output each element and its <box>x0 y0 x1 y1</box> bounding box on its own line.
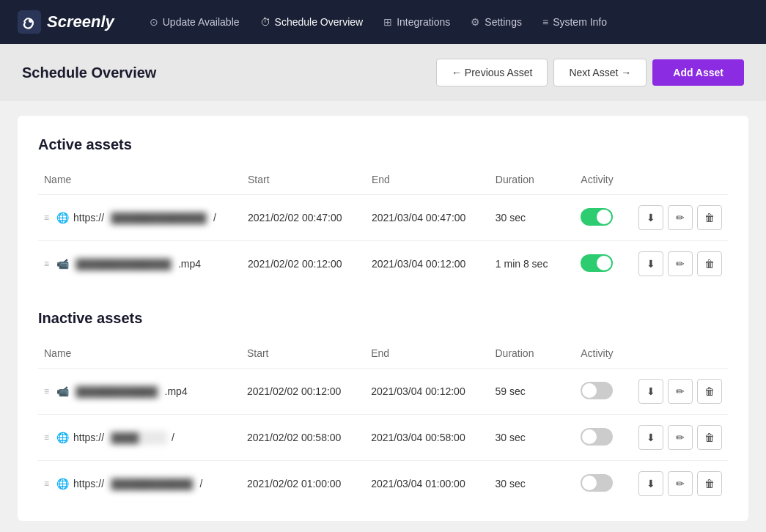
settings-icon: ⚙ <box>471 16 480 28</box>
asset-type-icon: 🌐 <box>56 432 69 443</box>
inactive-table-header: Name Start End Duration Activity <box>38 341 728 369</box>
page-title: Schedule Overview <box>22 64 156 81</box>
delete-button[interactable]: 🗑 <box>697 205 722 230</box>
header-actions: ← Previous Asset Next Asset → Add Asset <box>436 59 744 86</box>
asset-actions-cell: ⬇ ✏ 🗑 <box>633 241 728 287</box>
asset-start: 2021/02/02 00:12:00 <box>241 369 365 415</box>
download-button[interactable]: ⬇ <box>638 471 663 496</box>
active-assets-section: Active assets Name Start End Duration Ac… <box>38 136 728 287</box>
navbar-nav: ⊙ Update Available ⏱ Schedule Overview ⊞… <box>150 16 607 28</box>
download-button[interactable]: ⬇ <box>638 379 663 404</box>
asset-activity-cell <box>575 241 633 287</box>
main-content: Active assets Name Start End Duration Ac… <box>0 101 766 532</box>
delete-button[interactable]: 🗑 <box>697 251 722 276</box>
asset-name-suffix: .mp4 <box>165 385 188 397</box>
asset-type-icon: 🌐 <box>56 212 69 223</box>
activity-toggle[interactable] <box>581 474 613 492</box>
asset-start: 2021/02/02 01:00:00 <box>241 461 365 507</box>
asset-actions-cell: ⬇ ✏ 🗑 <box>633 461 728 507</box>
download-button[interactable]: ⬇ <box>638 205 663 230</box>
edit-button[interactable]: ✏ <box>668 425 693 450</box>
nav-label-settings: Settings <box>485 16 522 28</box>
asset-name-blurred: ████████████ <box>73 385 161 399</box>
page-header: Schedule Overview ← Previous Asset Next … <box>0 44 766 101</box>
brand-name: Screenly <box>47 12 114 32</box>
inactive-assets-section: Inactive assets Name Start End Duration … <box>38 310 728 506</box>
nav-item-update[interactable]: ⊙ Update Available <box>150 16 240 28</box>
asset-type-icon: 🌐 <box>56 478 69 489</box>
asset-name-suffix: / <box>213 212 216 223</box>
next-asset-button[interactable]: Next Asset → <box>553 59 647 86</box>
download-button[interactable]: ⬇ <box>638 251 663 276</box>
asset-actions-cell: ⬇ ✏ 🗑 <box>633 195 728 241</box>
asset-activity-cell <box>575 461 633 507</box>
asset-duration: 30 sec <box>490 415 575 461</box>
nav-item-schedule[interactable]: ⏱ Schedule Overview <box>260 16 364 28</box>
download-button[interactable]: ⬇ <box>638 425 663 450</box>
edit-button[interactable]: ✏ <box>668 251 693 276</box>
nav-item-integrations[interactable]: ⊞ Integrations <box>383 16 450 28</box>
asset-name-prefix: https:// <box>73 212 104 223</box>
nav-item-sysinfo[interactable]: ≡ System Info <box>542 16 607 28</box>
asset-duration: 30 sec <box>490 461 575 507</box>
asset-name-suffix: / <box>172 432 174 443</box>
drag-handle-icon[interactable]: ≡ <box>44 432 49 443</box>
asset-start: 2021/02/02 00:58:00 <box>241 415 365 461</box>
navbar: Screenly ⊙ Update Available ⏱ Schedule O… <box>0 0 766 44</box>
asset-start: 2021/02/02 00:47:00 <box>242 195 366 241</box>
asset-duration: 1 min 8 sec <box>490 241 575 287</box>
integrations-icon: ⊞ <box>383 16 392 28</box>
brand-logo[interactable]: Screenly <box>18 10 114 34</box>
asset-type-icon: 📹 <box>56 385 69 397</box>
edit-button[interactable]: ✏ <box>668 471 693 496</box>
asset-actions-cell: ⬇ ✏ 🗑 <box>633 415 728 461</box>
asset-name-blurred: ████ <box>108 431 167 445</box>
edit-button[interactable]: ✏ <box>668 379 693 404</box>
inactive-section-title: Inactive assets <box>38 310 728 327</box>
asset-activity-cell <box>575 415 633 461</box>
prev-asset-button[interactable]: ← Previous Asset <box>436 59 548 86</box>
update-icon: ⊙ <box>150 16 158 28</box>
delete-button[interactable]: 🗑 <box>697 425 722 450</box>
toggle-knob <box>582 383 597 398</box>
asset-actions-cell: ⬇ ✏ 🗑 <box>633 369 728 415</box>
inactive-col-header-duration: Duration <box>490 341 575 369</box>
activity-toggle[interactable] <box>581 382 613 399</box>
add-asset-button[interactable]: Add Asset <box>652 59 744 86</box>
drag-handle-icon[interactable]: ≡ <box>44 386 49 396</box>
schedule-card: Active assets Name Start End Duration Ac… <box>18 116 748 521</box>
delete-button[interactable]: 🗑 <box>697 379 722 404</box>
col-header-start: Start <box>242 168 366 195</box>
activity-toggle[interactable] <box>581 428 613 446</box>
asset-name-suffix: / <box>200 478 203 489</box>
col-header-name: Name <box>38 168 242 195</box>
activity-toggle[interactable] <box>581 208 613 226</box>
activity-toggle[interactable] <box>581 254 613 272</box>
asset-name-cell: ≡ 📹 ████████████ .mp4 <box>38 369 241 415</box>
table-row: ≡ 📹 ████████████ .mp4 2021/02/02 00:12:0… <box>38 369 728 415</box>
nav-label-integrations: Integrations <box>397 16 450 28</box>
drag-handle-icon[interactable]: ≡ <box>44 259 49 269</box>
asset-end: 2021/03/04 01:00:00 <box>365 461 489 507</box>
toggle-knob <box>597 256 611 270</box>
table-row: ≡ 🌐 https:// ████████████ / 2021/02/02 0… <box>38 461 728 507</box>
inactive-col-header-actions <box>633 341 728 369</box>
asset-duration: 30 sec <box>490 195 575 241</box>
asset-name-blurred: ████████████ <box>108 477 196 491</box>
inactive-col-header-activity: Activity <box>575 341 633 369</box>
inactive-col-header-start: Start <box>241 341 365 369</box>
toggle-knob <box>582 476 597 490</box>
nav-label-update: Update Available <box>163 16 240 28</box>
asset-name-cell: ≡ 🌐 https:// ████ / <box>38 415 241 461</box>
asset-name-prefix: https:// <box>73 432 104 443</box>
col-header-actions <box>633 168 728 195</box>
drag-handle-icon[interactable]: ≡ <box>44 479 49 489</box>
active-section-title: Active assets <box>38 136 728 153</box>
asset-name-cell: ≡ 🌐 https:// ██████████████ / <box>38 195 242 241</box>
delete-button[interactable]: 🗑 <box>697 471 722 496</box>
active-assets-table: Name Start End Duration Activity ≡ 🌐 htt… <box>38 168 728 287</box>
nav-item-settings[interactable]: ⚙ Settings <box>471 16 522 28</box>
drag-handle-icon[interactable]: ≡ <box>44 213 49 223</box>
asset-end: 2021/03/04 00:58:00 <box>365 415 489 461</box>
edit-button[interactable]: ✏ <box>668 205 693 230</box>
